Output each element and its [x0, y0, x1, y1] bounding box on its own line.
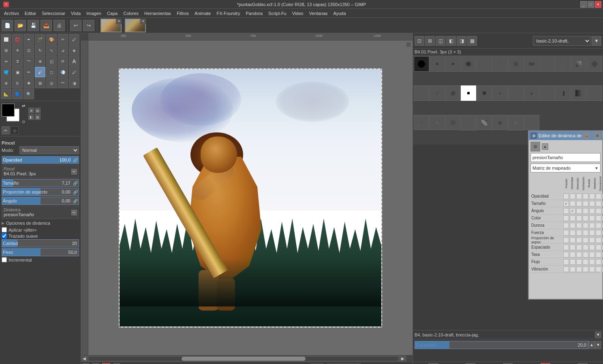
dyn-angulo-rueda[interactable]	[589, 208, 595, 214]
brush-cell-12[interactable]	[587, 56, 602, 72]
tool-rotate[interactable]: ↻	[35, 45, 45, 55]
undo-btn[interactable]: ↩	[70, 20, 81, 31]
dyn-color-direccion[interactable]	[576, 215, 582, 221]
dyn-espaciado-direccion[interactable]	[576, 245, 582, 250]
menu-ventanas[interactable]: Ventanas	[307, 10, 330, 17]
brush-cell-10[interactable]: ░	[555, 56, 571, 72]
export-btn[interactable]: 📤	[41, 20, 52, 31]
dyn-color-velocidad[interactable]	[570, 215, 575, 221]
tool-shear[interactable]: ⊿	[58, 45, 68, 55]
brush-cell-20[interactable]: ◆	[524, 85, 539, 101]
tool-airbrush[interactable]: 💨	[58, 67, 68, 77]
dyn-proporcion-direccion[interactable]	[576, 237, 582, 243]
brush-cell-26[interactable]: ✿	[430, 115, 445, 130]
tool-flip[interactable]: ⇔	[1, 56, 11, 66]
dyn-flujo-presion[interactable]	[563, 259, 569, 265]
dyn-dureza-rueda[interactable]	[589, 223, 595, 228]
tool-by-color[interactable]: 🎨	[46, 34, 57, 45]
dyn-opacidad-inclinacion[interactable]	[583, 194, 588, 199]
size-slider[interactable]: Tamaño 7,17 🔗	[2, 179, 79, 187]
brush-cell-23[interactable]	[571, 85, 586, 101]
brush-tool-4[interactable]: ◧	[446, 36, 456, 46]
pattern-fill-btn[interactable]: ◧	[28, 114, 34, 120]
brush-tool-2[interactable]: ⊞	[425, 36, 435, 46]
dyn-espaciado-velocidad[interactable]	[570, 245, 575, 250]
brush-cell-29[interactable]	[477, 115, 492, 130]
dyn-tasa-inclinacion[interactable]	[583, 252, 588, 258]
dyn-name-input[interactable]: presionTamaño	[530, 153, 601, 162]
dyn-titlebar[interactable]: ⚙ Editor de dinámica de – ✕	[529, 131, 602, 140]
dynamics-edit-btn[interactable]: ✏	[71, 210, 77, 215]
brush-tool-1[interactable]: ⊡	[415, 36, 424, 46]
dyn-flujo-aleatorio[interactable]	[596, 259, 601, 265]
brush-cell-4[interactable]	[461, 56, 476, 72]
brush-cell-5[interactable]: ✚	[477, 56, 492, 72]
brush-cell-24[interactable]	[587, 85, 602, 101]
tool-ellipse-select[interactable]: ⭕	[12, 34, 23, 45]
tool-paint-brush[interactable]: 🖌	[35, 67, 45, 77]
dyn-dureza-direccion[interactable]	[576, 223, 582, 228]
dyn-vibracion-aleatorio[interactable]	[596, 266, 601, 272]
dyn-proporcion-presion[interactable]	[563, 237, 569, 243]
dyn-vibracion-velocidad[interactable]	[570, 266, 575, 272]
incremental-row[interactable]: Incremental	[2, 257, 79, 262]
brush-cell-32[interactable]: ◓	[524, 115, 539, 130]
tool-pencil[interactable]: ✏	[24, 67, 34, 77]
brush-selector-dropdown[interactable]: basic-2.10-draft,	[533, 36, 591, 46]
save-btn[interactable]: 💾	[28, 20, 39, 31]
spacing-slider[interactable]: Espaciado 20,0	[415, 341, 588, 349]
dyn-type-selector[interactable]: Matriz de mapeado ▼	[530, 164, 601, 172]
brush-cell-2[interactable]: ✶	[430, 56, 445, 72]
dyn-minimize-btn[interactable]: –	[583, 132, 590, 139]
dyn-close-btn[interactable]: ✕	[594, 132, 601, 139]
dyn-tasa-aleatorio[interactable]	[596, 252, 601, 258]
brush-cell-9[interactable]: ▓	[540, 56, 555, 72]
hscroll-left-btn[interactable]: ◀	[81, 355, 88, 362]
dyn-angulo-aleatorio[interactable]	[596, 208, 601, 214]
brush-cell-6[interactable]: ⋯	[492, 56, 508, 72]
brush-tool-3[interactable]: ◫	[436, 36, 445, 46]
brush-cell-8[interactable]	[524, 56, 539, 72]
dyn-flujo-velocidad[interactable]	[570, 259, 575, 265]
tool-colorpick[interactable]: 🔵	[12, 89, 23, 99]
tool-move[interactable]: ✛	[12, 45, 23, 55]
dyn-proporcion-aleatorio[interactable]	[596, 237, 601, 243]
open-btn[interactable]: 📂	[15, 20, 26, 31]
dyn-espaciado-presion[interactable]	[563, 245, 569, 250]
dyn-proporcion-inclinacion[interactable]	[583, 237, 588, 243]
aspect-slider[interactable]: Proporción de aspecto 0,00 🔗	[2, 188, 79, 196]
dyn-fuerza-aleatorio[interactable]	[596, 230, 601, 236]
redo-btn[interactable]: ↪	[83, 20, 94, 31]
brush-cell-1[interactable]	[414, 56, 429, 72]
dyn-color-presion[interactable]	[563, 215, 569, 221]
tool-zoom[interactable]: 🔍	[24, 89, 34, 99]
dyn-tamano-velocidad[interactable]	[570, 201, 575, 206]
brush-editor-btn[interactable]: ✏	[2, 126, 10, 134]
dyn-fuerza-velocidad[interactable]	[570, 230, 575, 236]
brush-cell-27[interactable]	[445, 115, 461, 130]
dyn-icon-display[interactable]: ⚙	[530, 142, 540, 151]
opacity-slider[interactable]: Opacidad 100,0 🔗	[2, 156, 79, 164]
win-close-btn[interactable]: ✕	[595, 1, 601, 8]
brush-tool-6[interactable]: ▦	[467, 36, 477, 46]
menu-filtros[interactable]: Filtros	[174, 10, 191, 17]
dyn-vibracion-rueda[interactable]	[589, 266, 595, 272]
tool-perspective-clone[interactable]: ⊠	[35, 78, 45, 88]
tool-clone[interactable]: ⎘	[12, 78, 23, 88]
angle-slider[interactable]: Ángulo 0,00 🔗	[2, 197, 79, 205]
thumbnail-1[interactable]: ✕	[100, 19, 122, 32]
tool-measure[interactable]: 📐	[1, 89, 11, 99]
brush-arrow-btn[interactable]: ▼	[592, 36, 601, 46]
pattern-btn[interactable]: ⊞	[28, 108, 34, 113]
dyn-dureza-aleatorio[interactable]	[596, 223, 601, 228]
dyn-angulo-inclinacion[interactable]	[583, 208, 588, 214]
mode-select[interactable]: Normal	[19, 146, 79, 154]
brush-cell-3[interactable]: ✦	[445, 56, 461, 72]
dyn-opacidad-direccion[interactable]	[576, 194, 582, 199]
dyn-tamano-presion[interactable]: ✓	[563, 201, 569, 206]
dyn-fuerza-inclinacion[interactable]	[583, 230, 588, 236]
dyn-opacidad-aleatorio[interactable]	[596, 194, 601, 199]
dyn-expand-btn[interactable]: ▲	[542, 143, 548, 150]
brush-cell-25[interactable]: ⊹	[414, 115, 429, 130]
tool-mypaint-brush[interactable]: ⊛	[1, 78, 11, 88]
